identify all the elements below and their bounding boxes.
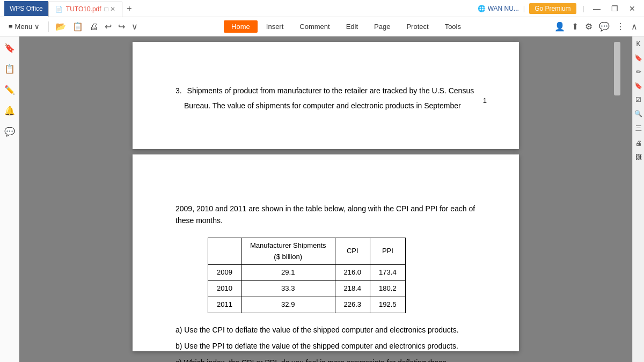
question-a: a) Use the CPI to deflate the value of t… [175, 324, 476, 336]
nav-protect[interactable]: Protect [399, 20, 436, 33]
collapse-icon[interactable]: ∧ [629, 20, 640, 33]
wan-icon: 🌐 [478, 5, 486, 12]
page-2-content: 2009, 2010 and 2011 are shown in the tab… [133, 154, 519, 362]
question-c-line1: c) Which index, the CPI or PPI, do you f… [175, 357, 476, 362]
title-bar-left: WPS Office 📄 TUTO10.pdf □ ✕ + [4, 1, 136, 16]
intro-span: 2009, 2010 and 2011 are shown in the tab… [175, 204, 475, 225]
wan-label: WAN NU... [488, 5, 519, 12]
restore-button[interactable]: ❐ [607, 3, 623, 14]
menu-chevron-icon: ∨ [34, 23, 40, 31]
page-1-content: 3. Shipments of product from manufacture… [133, 42, 519, 134]
page-1: 3. Shipments of product from manufacture… [133, 42, 519, 149]
rp-edit-icon[interactable]: ✏ [636, 67, 641, 77]
document-area[interactable]: 3. Shipments of product from manufacture… [19, 36, 632, 362]
right-panel: K 🔖 ✏ 🔖 ☑ 🔍 三 🖨 🖼 [632, 36, 644, 362]
title-bar-center: 🌐 WAN NU... | Go Premium | [136, 3, 589, 14]
question-b: b) Use the PPI to deflate the value of t… [175, 340, 476, 352]
question-3: 3. Shipments of product from manufacture… [175, 85, 476, 97]
cell-cpi: 218.4 [335, 281, 370, 297]
alert-icon[interactable]: 🔔 [2, 104, 17, 118]
share-icon[interactable]: 👤 [552, 20, 567, 33]
shipments-table: Manufacturer Shipments ($ billion) CPI P… [208, 238, 406, 313]
rp-k-icon[interactable]: K [636, 39, 640, 49]
rp-frame-icon[interactable]: 🖼 [635, 152, 642, 162]
cell-ppi: 180.2 [370, 281, 406, 297]
undo-icon[interactable]: ↩ [103, 20, 114, 33]
nav-insert[interactable]: Insert [259, 20, 291, 33]
down-arrow-icon[interactable]: ∨ [129, 20, 140, 33]
add-tab-button[interactable]: + [122, 2, 136, 16]
cell-year: 2010 [208, 281, 241, 297]
page-number-1: 1 [483, 95, 487, 107]
rp-search-icon[interactable]: 🔍 [634, 108, 642, 119]
rp-menu-icon[interactable]: 三 [635, 122, 642, 135]
separator-1 [48, 21, 49, 32]
nav-edit[interactable]: Edit [339, 20, 365, 33]
q3-number: 3. [175, 86, 182, 95]
chat-icon[interactable]: 💬 [2, 124, 17, 139]
upload-icon[interactable]: ⬆ [569, 20, 581, 33]
cell-year: 2009 [208, 265, 241, 281]
col-year-header [208, 238, 241, 265]
pages-icon[interactable]: 📋 [2, 62, 17, 76]
table-row: 2011 32.9 226.3 192.5 [208, 297, 406, 313]
cell-year: 2011 [208, 297, 241, 313]
copy-icon[interactable]: 📋 [70, 20, 85, 33]
pdf-icon: 📄 [55, 6, 63, 13]
pdf-tab[interactable]: 📄 TUTO10.pdf □ ✕ [48, 2, 122, 17]
cell-cpi: 226.3 [335, 297, 370, 313]
rp-bookmark-icon[interactable]: 🔖 [634, 53, 642, 63]
menu-label: Menu [15, 23, 33, 31]
wan-button[interactable]: 🌐 WAN NU... [478, 5, 519, 12]
nav-menu: Home Insert Comment Edit Page Protect To… [142, 20, 550, 33]
rp-bookmark2-icon[interactable]: 🔖 [634, 80, 642, 91]
go-premium-button[interactable]: Go Premium [529, 3, 576, 14]
shipments-header-line1: Manufacturer Shipments [250, 240, 326, 252]
shipments-header-line2: ($ billion) [250, 252, 326, 263]
tab-close-button[interactable]: □ ✕ [105, 5, 116, 13]
open-icon[interactable]: 📂 [53, 20, 68, 33]
page-2: 2009, 2010 and 2011 are shown in the tab… [133, 154, 519, 351]
window-controls: — ❐ ✕ [589, 3, 640, 14]
rp-print-icon[interactable]: 🖨 [635, 138, 642, 149]
table-row: 2009 29.1 216.0 173.4 [208, 265, 406, 281]
nav-tools[interactable]: Tools [437, 20, 469, 33]
cell-ppi: 192.5 [370, 297, 406, 313]
rp-check-icon[interactable]: ☑ [635, 94, 641, 105]
cell-shipments: 32.9 [241, 297, 335, 313]
redo-icon[interactable]: ↪ [116, 20, 127, 33]
toolbar-right: 👤 ⬆ ⚙ 💬 ⋮ ∧ [552, 20, 640, 33]
main-container: 🔖 📋 ✏️ 🔔 💬 3. Shipments of product from … [0, 36, 644, 362]
comment-icon[interactable]: 💬 [597, 20, 612, 33]
menu-icon: ≡ [9, 23, 13, 31]
settings-icon[interactable]: ⚙ [583, 20, 595, 33]
cell-ppi: 173.4 [370, 265, 406, 281]
wps-office-button[interactable]: WPS Office [4, 1, 48, 16]
nav-comment[interactable]: Comment [292, 20, 337, 33]
bookmark-icon[interactable]: 🔖 [2, 41, 17, 55]
cell-shipments: 29.1 [241, 265, 335, 281]
col-cpi-header: CPI [335, 238, 370, 265]
nav-page[interactable]: Page [367, 20, 398, 33]
menu-button[interactable]: ≡ Menu ∨ [4, 20, 44, 33]
minimize-button[interactable]: — [589, 3, 605, 14]
tab-title: TUTO10.pdf [66, 5, 101, 13]
intro-text: 2009, 2010 and 2011 are shown in the tab… [175, 203, 476, 227]
close-button[interactable]: ✕ [625, 3, 640, 14]
toolbar: ≡ Menu ∨ 📂 📋 🖨 ↩ ↪ ∨ Home Insert Comment… [0, 17, 644, 36]
title-bar: WPS Office 📄 TUTO10.pdf □ ✕ + 🌐 WAN NU..… [0, 0, 644, 17]
cell-cpi: 216.0 [335, 265, 370, 281]
col-shipments-header: Manufacturer Shipments ($ billion) [241, 238, 335, 265]
table-row: 2010 33.3 218.4 180.2 [208, 281, 406, 297]
nav-home[interactable]: Home [224, 20, 258, 33]
cell-shipments: 33.3 [241, 281, 335, 297]
print-icon[interactable]: 🖨 [87, 21, 100, 33]
q3-text2: Bureau. The value of shipments for compu… [175, 100, 476, 112]
more-icon[interactable]: ⋮ [614, 20, 627, 33]
q3-text1: Shipments of product from manufacturer t… [187, 86, 474, 95]
scrollbar[interactable] [614, 42, 620, 95]
col-ppi-header: PPI [370, 238, 406, 265]
left-sidebar: 🔖 📋 ✏️ 🔔 💬 [0, 36, 19, 362]
annotation-icon[interactable]: ✏️ [2, 83, 17, 97]
